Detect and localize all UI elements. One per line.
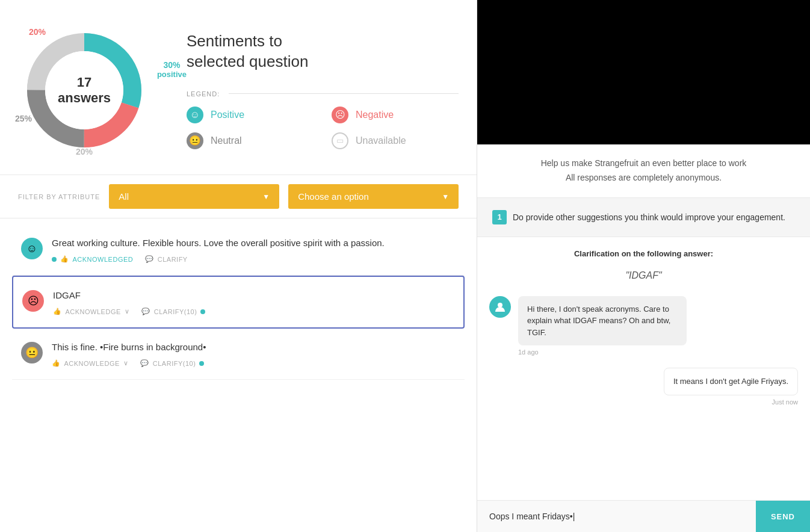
clarify-icon: 💬 [145, 255, 154, 263]
chart-label-light: 20% [76, 147, 93, 156]
legend-divider [229, 93, 459, 94]
donut-center: 17 answers [51, 75, 117, 106]
filter-bar: FILTER BY ATTRIBUTE All ▼ Choose an opti… [0, 175, 477, 218]
question-section: 1 Do provide other suggestions you think… [477, 198, 810, 237]
acknowledge-button[interactable]: 👍 ACKNOWLEDGE ∨ [53, 308, 129, 315]
unavailable-icon: ▭ [332, 132, 348, 149]
chart-label-teal: 30%positive [157, 60, 187, 79]
chat-section: Clarification on the following answer: "… [477, 237, 810, 532]
clarify-button[interactable]: 💬 CLARIFY(10) [141, 308, 205, 315]
send-button[interactable]: SEND [756, 501, 810, 532]
clarify-dot [200, 309, 205, 314]
left-panel: 17 answers 20% 30%positive 25% 20% Senti… [0, 0, 477, 532]
response-actions: 👍 ACKNOWLEDGED 💬 CLARIFY [52, 255, 456, 263]
chart-label-red: 20% [29, 27, 46, 37]
chart-label-gray: 25% [15, 114, 32, 123]
chat-message-left: Hi there, I don't speak acronyms. Care t… [489, 296, 798, 356]
svg-point-6 [498, 303, 502, 308]
chat-messages: Hi there, I don't speak acronyms. Care t… [477, 287, 810, 500]
question-number-badge: 1 [492, 210, 507, 224]
response-item[interactable]: ☺ Great working culture. Flexible hours.… [12, 224, 465, 276]
acknowledge-button[interactable]: 👍 ACKNOWLEDGED [52, 255, 133, 263]
chat-input[interactable] [477, 501, 756, 532]
legend-header: LEGEND: [187, 90, 459, 97]
response-item-selected[interactable]: ☹ IDGAF 👍 ACKNOWLEDGE ∨ 💬 CLARIFY(10) [12, 276, 465, 329]
question-row: 1 Do provide other suggestions you think… [492, 210, 785, 224]
legend-positive: ☺ Positive [187, 107, 314, 123]
bot-icon [494, 301, 506, 313]
question-text: Do provide other suggestions you think w… [513, 212, 785, 222]
legend-negative: ☹ Negative [332, 107, 459, 123]
response-content: This is fine. •Fire burns in background•… [52, 341, 456, 367]
sentiments-title: Sentiments to selected question [187, 31, 459, 72]
response-content: Great working culture. Flexible hours. L… [52, 237, 456, 263]
chevron-down-icon: ∨ [123, 359, 129, 367]
clarification-header: Clarification on the following answer: [477, 237, 810, 264]
legend-grid: ☺ Positive ☹ Negative 😐 Neutral ▭ Unavai… [187, 107, 459, 149]
response-actions: 👍 ACKNOWLEDGE ∨ 💬 CLARIFY(10) [53, 308, 454, 315]
clarification-answer: "IDGAF" [477, 264, 810, 287]
clarify-button[interactable]: 💬 CLARIFY(10) [140, 359, 204, 367]
negative-label: Negative [356, 110, 394, 120]
thumb-icon: 👍 [52, 359, 61, 367]
legend-unavailable: ▭ Unavailable [332, 132, 459, 149]
chat-time-left: 1d ago [518, 348, 687, 356]
response-item[interactable]: 😐 This is fine. •Fire burns in backgroun… [12, 329, 465, 380]
legend-neutral: 😐 Neutral [187, 132, 314, 149]
chart-section: 17 answers 20% 30%positive 25% 20% Senti… [0, 0, 477, 175]
filter-all-select[interactable]: All ▼ [109, 184, 279, 209]
donut-answer-count: 17 answers [51, 75, 117, 106]
help-text: Help us make Strangefruit an even better… [477, 144, 810, 198]
chevron-down-icon: ▼ [442, 193, 449, 201]
positive-icon: ☺ [187, 107, 203, 123]
filter-option-select[interactable]: Choose an option ▼ [288, 184, 459, 209]
unavailable-label: Unavailable [356, 135, 406, 146]
chat-message-right: It means I don't get Agile Friyays. Just… [489, 368, 798, 406]
chat-bubble-right: It means I don't get Agile Friyays. [664, 368, 798, 395]
legend-section: Sentiments to selected question LEGEND: … [187, 31, 459, 149]
acknowledge-button[interactable]: 👍 ACKNOWLEDGE ∨ [52, 359, 128, 367]
response-text: This is fine. •Fire burns in background• [52, 341, 456, 353]
clarify-button[interactable]: 💬 CLARIFY [145, 255, 187, 263]
positive-label: Positive [211, 110, 244, 120]
donut-chart: 17 answers 20% 30%positive 25% 20% [18, 24, 150, 156]
neutral-icon: 😐 [187, 132, 203, 149]
negative-icon: ☹ [332, 107, 348, 123]
filter-by-attribute-label: FILTER BY ATTRIBUTE [18, 193, 100, 200]
clarify-dot [199, 361, 204, 366]
emoji-positive: ☺ [21, 238, 43, 259]
chevron-down-icon: ▼ [262, 193, 270, 201]
chat-input-area: SEND [477, 500, 810, 532]
right-panel: Help us make Strangefruit an even better… [477, 0, 810, 532]
response-text: Great working culture. Flexible hours. L… [52, 237, 456, 249]
chevron-down-icon: ∨ [125, 308, 130, 315]
response-content: IDGAF 👍 ACKNOWLEDGE ∨ 💬 CLARIFY(10) [53, 289, 454, 315]
neutral-label: Neutral [211, 135, 242, 146]
clarify-icon: 💬 [140, 359, 149, 367]
chat-bubble-left: Hi there, I don't speak acronyms. Care t… [518, 296, 687, 346]
active-dot [52, 257, 57, 262]
response-text: IDGAF [53, 289, 454, 302]
thumb-icon: 👍 [60, 255, 69, 263]
video-area [477, 0, 810, 144]
thumb-icon: 👍 [53, 308, 62, 315]
chat-avatar [489, 296, 511, 318]
emoji-neutral: 😐 [21, 342, 43, 363]
response-actions: 👍 ACKNOWLEDGE ∨ 💬 CLARIFY(10) [52, 359, 456, 367]
clarify-icon: 💬 [141, 308, 150, 315]
responses-list: ☺ Great working culture. Flexible hours.… [0, 218, 477, 532]
chat-time-right: Just now [664, 398, 798, 406]
emoji-negative: ☹ [22, 290, 44, 312]
